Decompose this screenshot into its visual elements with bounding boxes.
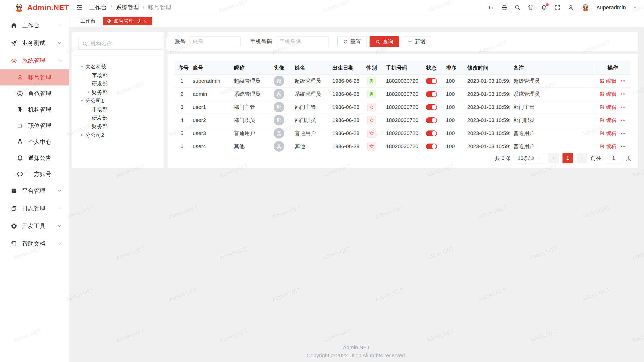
sidebar-item-profile-center[interactable]: 个人中心 bbox=[0, 134, 69, 150]
tools-icon bbox=[10, 222, 18, 230]
sidebar-item-org-mgmt[interactable]: 机构管理 bbox=[0, 102, 69, 118]
edit-button[interactable]: 编辑 bbox=[599, 117, 616, 124]
status-toggle[interactable] bbox=[426, 144, 437, 149]
row-more-button[interactable]: ••• bbox=[621, 131, 626, 135]
docs-icon bbox=[10, 240, 18, 247]
page-size-select[interactable]: 10条/页 bbox=[515, 153, 545, 163]
search-button[interactable]: 查询 bbox=[370, 36, 399, 47]
chevron-down-icon bbox=[57, 223, 62, 229]
tab-workbench[interactable]: 工作台 bbox=[76, 17, 100, 25]
sidebar-item-label: 系统管理 bbox=[22, 57, 57, 65]
user-avatar[interactable] bbox=[581, 3, 590, 12]
account-filter-label: 账号 bbox=[175, 38, 186, 46]
breadcrumb-item-system-mgmt[interactable]: 系统管理 bbox=[116, 4, 139, 11]
edit-button[interactable]: 编辑 bbox=[599, 78, 616, 84]
tree-node-label: 市场部 bbox=[92, 72, 108, 79]
sidebar-item-notice[interactable]: 通知公告 bbox=[0, 150, 69, 166]
notification-icon[interactable] bbox=[541, 4, 547, 11]
status-toggle[interactable] bbox=[426, 104, 437, 110]
tab-account-mgmt[interactable]: 账号管理 bbox=[103, 17, 152, 25]
sidebar-item-log-mgmt[interactable]: 日志管理 bbox=[0, 200, 69, 217]
sidebar-item-label: 个人中心 bbox=[28, 138, 62, 146]
row-more-button[interactable]: ••• bbox=[621, 92, 626, 96]
edit-button[interactable]: 编辑 bbox=[599, 104, 616, 111]
search-icon[interactable] bbox=[514, 4, 521, 11]
sidebar-item-dev-tools[interactable]: 开发工具 bbox=[0, 217, 69, 235]
status-toggle[interactable] bbox=[426, 78, 437, 84]
cell-nickname: 其他 bbox=[230, 140, 267, 153]
toggle-knob bbox=[432, 79, 436, 83]
page-1-button[interactable]: 1 bbox=[562, 153, 573, 163]
caret-spacer bbox=[85, 115, 92, 121]
font-size-icon[interactable]: TT bbox=[488, 4, 494, 11]
tree-node[interactable]: 分公司1 bbox=[78, 97, 158, 105]
theme-icon[interactable] bbox=[528, 4, 534, 11]
avatar: 超 bbox=[274, 76, 284, 86]
column-header-nickname: 昵称 bbox=[230, 61, 267, 74]
fullscreen-icon[interactable] bbox=[554, 4, 561, 11]
sidebar-item-help-docs[interactable]: 帮助文档 bbox=[0, 235, 69, 252]
row-more-button[interactable]: ••• bbox=[621, 79, 626, 83]
status-toggle[interactable] bbox=[426, 130, 437, 136]
cell-remark: 普通用户 bbox=[510, 127, 594, 140]
close-icon[interactable] bbox=[143, 19, 148, 23]
sidebar-item-role-mgmt[interactable]: 角色管理 bbox=[0, 85, 69, 102]
row-more-button[interactable]: ••• bbox=[621, 144, 626, 148]
edit-button[interactable]: 编辑 bbox=[599, 130, 616, 137]
column-header-avatar: 头像 bbox=[267, 61, 291, 74]
gender-badge: 女 bbox=[367, 103, 376, 111]
sidebar-item-account-mgmt[interactable]: 账号管理 bbox=[0, 69, 69, 85]
edit-button[interactable]: 编辑 bbox=[599, 91, 616, 98]
status-toggle[interactable] bbox=[426, 91, 437, 97]
cell-remark: 普通用户 bbox=[510, 140, 594, 153]
edit-button[interactable]: 编辑 bbox=[599, 143, 616, 150]
refresh-icon[interactable] bbox=[136, 19, 141, 23]
account-filter-input[interactable] bbox=[189, 36, 240, 47]
tree-node[interactable]: 市场部 bbox=[78, 105, 158, 114]
phone-filter-input[interactable] bbox=[276, 36, 329, 47]
goto-page-input[interactable] bbox=[605, 153, 622, 163]
breadcrumb-item-workbench[interactable]: 工作台 bbox=[89, 4, 107, 11]
row-more-button[interactable]: ••• bbox=[621, 118, 626, 122]
grid-icon bbox=[10, 187, 18, 195]
sidebar-item-position-mgmt[interactable]: 职位管理 bbox=[0, 118, 69, 134]
tree-node[interactable]: 市场部 bbox=[78, 71, 158, 79]
status-toggle[interactable] bbox=[426, 117, 437, 123]
tree-node-label: 研发部 bbox=[92, 80, 108, 87]
row-more-button[interactable]: ••• bbox=[621, 105, 626, 109]
profile-link-icon[interactable] bbox=[568, 4, 574, 11]
tree-node[interactable]: 大名科技 bbox=[78, 62, 158, 71]
tree-node[interactable]: 财务部 bbox=[78, 88, 158, 97]
sidebar-item-workbench[interactable]: 工作台 bbox=[0, 17, 69, 34]
reset-button[interactable]: 重置 bbox=[337, 36, 367, 47]
tree-node[interactable]: 财务部 bbox=[78, 122, 158, 131]
username[interactable]: superadmin bbox=[597, 4, 626, 11]
tree-node[interactable]: 研发部 bbox=[78, 114, 158, 122]
chevron-down-icon[interactable] bbox=[633, 5, 637, 10]
sidebar-item-system-mgmt[interactable]: 系统管理 bbox=[0, 52, 69, 69]
cell-birth: 1986-06-28 bbox=[329, 74, 360, 87]
logo[interactable]: Admin.NET bbox=[0, 0, 69, 15]
tree-node[interactable]: 分公司2 bbox=[78, 131, 158, 139]
org-search-input[interactable] bbox=[90, 40, 159, 47]
chat-icon bbox=[16, 170, 24, 178]
cell-actions: 编辑••• bbox=[594, 101, 631, 114]
add-button[interactable]: 新增 bbox=[402, 36, 431, 47]
prev-page-button[interactable] bbox=[548, 153, 559, 163]
org-icon bbox=[16, 106, 24, 113]
cell-account: superadmin bbox=[189, 74, 230, 87]
tree-node[interactable]: 研发部 bbox=[78, 79, 158, 88]
cell-modified: 2023-01-03 10:59:44 bbox=[464, 114, 510, 127]
next-page-button[interactable] bbox=[577, 153, 587, 163]
sidebar-item-label: 开发工具 bbox=[22, 222, 57, 230]
sidebar-item-third-party-account[interactable]: 三方账号 bbox=[0, 166, 69, 182]
menu-fold-icon[interactable] bbox=[76, 4, 83, 11]
tree-node-label: 分公司2 bbox=[85, 131, 104, 139]
sidebar-item-business-test[interactable]: 业务测试 bbox=[0, 34, 69, 52]
cell-account: user4 bbox=[189, 140, 230, 153]
cell-actions: 编辑••• bbox=[594, 140, 631, 153]
cell-name: 系统管理员 bbox=[291, 87, 329, 101]
sidebar-item-platform-mgmt[interactable]: 平台管理 bbox=[0, 182, 69, 200]
language-icon[interactable] bbox=[501, 4, 507, 11]
cell-avatar: 部 bbox=[267, 101, 291, 114]
